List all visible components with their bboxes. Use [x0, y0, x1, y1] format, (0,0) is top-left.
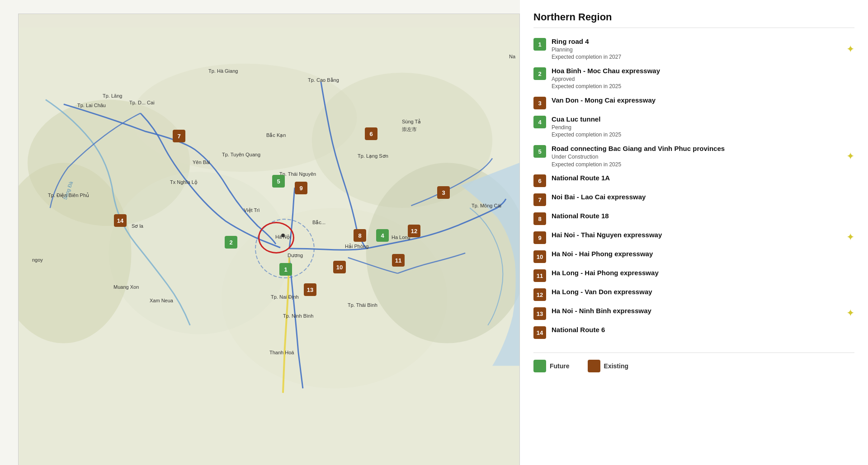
legend-footer-existing: Existing	[588, 360, 628, 372]
legend-name-11: Ha Long - Hai Phong expressway	[552, 268, 854, 277]
legend-name-4: Cua Luc tunnel	[552, 115, 854, 124]
legend-badge-3: 3	[533, 97, 546, 109]
map-label-ninhbinh: Tp. Ninh Bình	[283, 313, 313, 319]
legend-item-1: 1Ring road 4PlanningExpected completion …	[533, 37, 854, 61]
map-label-mongcai: Tp. Mông Cái	[472, 203, 501, 208]
legend-badge-10: 10	[533, 250, 546, 263]
star-icon-5: ✦	[846, 150, 854, 162]
svg-point-3	[312, 73, 492, 208]
legend-badge-7: 7	[533, 193, 546, 206]
legend-item-5: 5Road connecting Bac Giang and Vinh Phuc…	[533, 144, 854, 168]
map-marker-10: 10	[333, 261, 346, 273]
map-marker-14: 14	[114, 214, 127, 227]
map-label-dienbien: Tp. Điện Biên Phủ	[48, 193, 89, 198]
map-label-vietri: Việt Trì	[244, 207, 260, 213]
legend-item-14: 14National Route 6	[533, 325, 854, 339]
map-label-xamneua: Xam Neua	[150, 298, 173, 303]
legend-badge-12: 12	[533, 288, 546, 301]
legend-title: Northern Region	[533, 11, 854, 28]
legend-badge-5: 5	[533, 145, 546, 158]
legend-item-3: 3Van Don - Mong Cai expressway	[533, 96, 854, 109]
legend-text-6: National Route 1A	[552, 174, 854, 183]
map-label-nghialo: Tx Nghĩa Lộ	[170, 179, 198, 185]
legend-status-1: Planning	[552, 46, 843, 54]
legend-item-12: 12Ha Long - Van Don expressway	[533, 287, 854, 301]
legend-badge-1: 1	[533, 38, 546, 51]
map-label-thaibinh: Tp. Thái Bình	[348, 302, 377, 308]
map-label-langson: Tp. Lạng Sơn	[358, 153, 388, 159]
legend-text-4: Cua Luc tunnelPendingExpected completion…	[552, 115, 854, 139]
map-marker-3: 3	[437, 186, 450, 199]
legend-completion-1: Expected completion in 2027	[552, 53, 843, 61]
legend-badge-4: 4	[533, 116, 546, 128]
legend-badge-11: 11	[533, 269, 546, 282]
legend-text-12: Ha Long - Van Don expressway	[552, 287, 854, 296]
map-label-caobang: Tp. Cao Bằng	[308, 77, 339, 83]
legend-badge-2: 2	[533, 67, 546, 80]
legend-name-5: Road connecting Bac Giang and Vinh Phuc …	[552, 144, 843, 153]
future-label: Future	[550, 362, 570, 370]
map-section: Song Đà	[18, 14, 520, 465]
legend-item-13: 13Ha Noi - Ninh Binh expressway✦	[533, 306, 854, 320]
legend-status-5: Under Construction	[552, 153, 843, 161]
legend-name-1: Ring road 4	[552, 37, 843, 46]
legend-item-10: 10Ha Noi - Hai Phong expressway	[533, 249, 854, 263]
map-label-na: Na	[509, 54, 515, 59]
legend-text-13: Ha Noi - Ninh Binh expressway	[552, 306, 843, 315]
legend-name-10: Ha Noi - Hai Phong expressway	[552, 249, 854, 258]
map-marker-9: 9	[295, 182, 307, 194]
legend-footer-future: Future	[533, 360, 570, 372]
legend-status-4: Pending	[552, 124, 854, 132]
map-marker-12: 12	[408, 225, 420, 237]
map-label-duong: Dương	[288, 253, 303, 258]
legend-text-11: Ha Long - Hai Phong expressway	[552, 268, 854, 277]
map-label-hanoi: Hà Nội	[275, 234, 291, 240]
svg-point-1	[28, 100, 190, 226]
map-label-hagiang: Tp. Hà Giang	[208, 68, 238, 74]
map-marker-8: 8	[354, 229, 366, 242]
legend-name-14: National Route 6	[552, 325, 854, 334]
legend-badge-6: 6	[533, 174, 546, 187]
legend-section: Northern Region 1Ring road 4PlanningExpe…	[520, 0, 868, 465]
legend-badge-13: 13	[533, 307, 546, 320]
legend-text-9: Hai Noi - Thai Nguyen expressway	[552, 230, 843, 240]
legend-name-8: National Route 18	[552, 211, 854, 221]
legend-name-2: Hoa Binh - Moc Chau expressway	[552, 66, 854, 75]
map-marker-5: 5	[272, 175, 285, 188]
map-label-naidinah: Tp. Nai Định	[271, 294, 299, 300]
map-label-sungta: Sùng Tả	[402, 119, 421, 125]
legend-completion-4: Expected completion in 2025	[552, 131, 854, 139]
legend-item-2: 2Hoa Binh - Moc Chau expresswayApprovedE…	[533, 66, 854, 90]
legend-name-9: Hai Noi - Thai Nguyen expressway	[552, 230, 843, 240]
map-marker-6: 6	[365, 127, 377, 140]
legend-list: 1Ring road 4PlanningExpected completion …	[533, 37, 854, 339]
map-label-ngoy: ngoy	[32, 257, 43, 263]
legend-text-3: Van Don - Mong Cai expressway	[552, 96, 854, 105]
existing-label: Existing	[604, 362, 628, 370]
legend-name-3: Van Don - Mong Cai expressway	[552, 96, 854, 105]
legend-text-1: Ring road 4PlanningExpected completion i…	[552, 37, 843, 61]
map-label-haiphong: Hải Phòng	[345, 244, 368, 249]
star-icon-1: ✦	[846, 43, 854, 55]
map-marker-4: 4	[376, 229, 389, 242]
legend-text-10: Ha Noi - Hai Phong expressway	[552, 249, 854, 258]
legend-name-13: Ha Noi - Ninh Binh expressway	[552, 306, 843, 315]
legend-item-8: 8National Route 18	[533, 211, 854, 225]
map-marker-2: 2	[225, 236, 237, 249]
map-marker-7: 7	[173, 130, 185, 142]
legend-item-6: 6National Route 1A	[533, 174, 854, 187]
map-marker-11: 11	[392, 254, 405, 267]
legend-footer: Future Existing	[533, 352, 854, 372]
svg-point-4	[109, 172, 289, 334]
map-label-muangxon: Muang Xon	[113, 284, 139, 290]
existing-badge	[588, 360, 600, 372]
legend-name-7: Noi Bai - Lao Cai expressway	[552, 193, 854, 202]
star-icon-9: ✦	[846, 231, 854, 243]
map-label-yenbai: Yên Bái	[193, 160, 210, 165]
legend-text-8: National Route 18	[552, 211, 854, 221]
map-marker-1: 1	[279, 263, 292, 276]
future-badge	[533, 360, 546, 372]
map-label-backan: Bắc Kạn	[266, 132, 286, 138]
svg-point-6	[19, 163, 132, 343]
legend-item-7: 7Noi Bai - Lao Cai expressway	[533, 193, 854, 206]
